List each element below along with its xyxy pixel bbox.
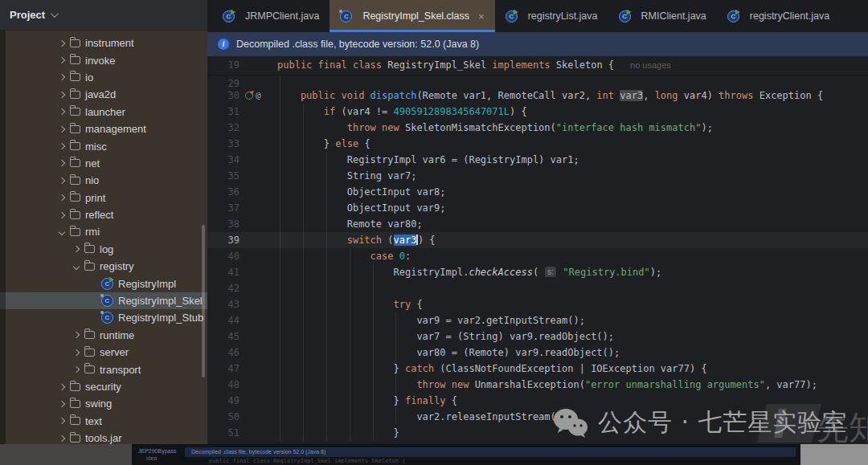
chevron-right-icon[interactable] <box>56 58 68 63</box>
line-number[interactable]: 46 <box>207 345 240 361</box>
chevron-down-icon[interactable] <box>51 10 59 18</box>
tree-item-registryimpl-stub[interactable]: CRegistryImpl_Stub <box>0 309 207 326</box>
tree-item-nio[interactable]: nio <box>0 172 207 189</box>
tree-item-io[interactable]: io <box>0 69 207 86</box>
chevron-right-icon[interactable] <box>56 161 68 165</box>
chevron-right-icon[interactable] <box>56 178 68 183</box>
line-number[interactable]: 31 <box>207 104 240 120</box>
chevron-right-icon[interactable] <box>71 332 82 337</box>
chevron-right-icon[interactable] <box>56 402 68 406</box>
tree-item-launcher[interactable]: launcher <box>0 104 207 120</box>
tab-jrmpclient-java[interactable]: CJRMPClient.java <box>212 0 330 32</box>
code-line-30[interactable]: 30@public void dispatch(Remote var1, Rem… <box>207 88 868 104</box>
tree-item-tools-jar[interactable]: tools.jar <box>0 430 207 444</box>
chevron-down-icon[interactable] <box>71 264 82 269</box>
line-number[interactable]: 39 <box>207 232 240 248</box>
chevron-right-icon[interactable] <box>71 247 82 251</box>
line-number[interactable]: 38 <box>207 216 240 232</box>
tree-item-java2d[interactable]: java2d <box>0 86 207 103</box>
line-number[interactable]: 51 <box>207 425 240 441</box>
chevron-right-icon[interactable] <box>56 92 68 97</box>
line-number[interactable]: 34 <box>207 152 240 168</box>
chevron-down-icon[interactable] <box>56 230 68 235</box>
code-line-33[interactable]: 33} else { <box>207 136 868 152</box>
chevron-right-icon[interactable] <box>71 350 82 355</box>
chevron-right-icon[interactable] <box>56 41 68 46</box>
code-line-40[interactable]: 40case 0: <box>207 248 868 264</box>
project-header[interactable]: Project <box>0 0 207 31</box>
tab-rmiclient-java[interactable]: CRMIClient.java <box>608 0 717 32</box>
code-line-37[interactable]: 37ObjectInput var9; <box>207 200 868 216</box>
tree-item-runtime[interactable]: runtime <box>0 327 207 344</box>
chevron-right-icon[interactable] <box>56 385 68 390</box>
line-number[interactable]: 43 <box>207 296 240 312</box>
tree-item-swing[interactable]: swing <box>0 395 207 412</box>
tree-item-net[interactable]: net <box>0 155 207 172</box>
chevron-right-icon[interactable] <box>56 127 68 132</box>
tree-item-invoke[interactable]: invoke <box>0 51 207 68</box>
tree-item-text[interactable]: text <box>0 413 207 430</box>
line-number[interactable]: 33 <box>207 136 240 152</box>
code-line-48[interactable]: 48throw new UnmarshalException("error un… <box>207 377 868 393</box>
code-editor[interactable]: 19public final class RegistryImpl_Skel i… <box>207 56 868 444</box>
line-number[interactable]: 19 <box>207 56 240 75</box>
code-line-42[interactable]: 42 <box>207 280 868 296</box>
tab-registrylist-java[interactable]: CregistryList.java <box>495 0 608 32</box>
chevron-right-icon[interactable] <box>56 418 68 423</box>
chevron-right-icon[interactable] <box>56 144 68 149</box>
line-number[interactable]: 42 <box>207 280 240 296</box>
tree-item-registry[interactable]: registry <box>0 258 207 275</box>
tree-scrollbar[interactable] <box>202 225 205 377</box>
line-number[interactable]: 45 <box>207 328 240 345</box>
line-number[interactable]: 40 <box>207 248 240 264</box>
line-number[interactable]: 29 <box>207 75 240 88</box>
tab-registryimpl-skel-class[interactable]: CRegistryImpl_Skel.class× <box>330 0 494 32</box>
chevron-right-icon[interactable] <box>56 213 68 218</box>
code-line-44[interactable]: 44var9 = var2.getInputStream(); <box>207 312 868 328</box>
tree-item-reflect[interactable]: reflect <box>0 206 207 223</box>
code-line-31[interactable]: 31if (var4 != 4905912898345647071L) { <box>207 104 868 120</box>
code-line-36[interactable]: 36ObjectInput var8; <box>207 184 868 200</box>
tab-registryclient-java[interactable]: CregistryClient.java <box>717 0 840 32</box>
code-line-29[interactable]: 29 <box>207 75 868 88</box>
code-line-39[interactable]: 39switch (var3) { <box>207 232 868 248</box>
code-line-43[interactable]: 43try { <box>207 296 868 312</box>
tree-item-log[interactable]: log <box>0 241 207 258</box>
tree-item-misc[interactable]: misc <box>0 137 207 154</box>
tree-item-security[interactable]: security <box>0 378 207 395</box>
line-number[interactable]: 49 <box>207 393 240 409</box>
override-marker-icon[interactable] <box>245 92 253 100</box>
code-line-46[interactable]: 46var80 = (Remote) var9.readObject(); <box>207 345 868 361</box>
code-line-35[interactable]: 35String var7; <box>207 168 868 184</box>
line-number[interactable]: 32 <box>207 120 240 136</box>
code-line-45[interactable]: 45var7 = (String) var9.readObject(); <box>207 328 868 345</box>
code-line-38[interactable]: 38Remote var80; <box>207 216 868 232</box>
line-number[interactable]: 47 <box>207 361 240 377</box>
line-number[interactable]: 48 <box>207 377 240 393</box>
tree-item-server[interactable]: server <box>0 344 207 361</box>
tree-item-print[interactable]: print <box>0 190 207 206</box>
tree-item-rmi[interactable]: rmi <box>0 223 207 240</box>
line-number[interactable]: 44 <box>207 312 240 328</box>
code-line-41[interactable]: 41RegistryImpl.checkAccess( s: "Registry… <box>207 264 868 280</box>
line-number[interactable]: 35 <box>207 168 240 184</box>
line-number[interactable]: 50 <box>207 409 240 425</box>
chevron-right-icon[interactable] <box>56 195 68 200</box>
tree-item-management[interactable]: management <box>0 120 207 137</box>
line-number[interactable]: 36 <box>207 184 240 200</box>
tree-item-registryimpl-skel[interactable]: CRegistryImpl_Skel <box>0 292 207 309</box>
line-number[interactable]: 41 <box>207 264 240 280</box>
code-line-34[interactable]: 34RegistryImpl var6 = (RegistryImpl) var… <box>207 152 868 168</box>
close-icon[interactable]: × <box>478 11 485 22</box>
code-line-47[interactable]: 47} catch (ClassNotFoundException | IOEx… <box>207 361 868 377</box>
line-number[interactable]: 30 <box>207 88 240 104</box>
code-line-19[interactable]: 19public final class RegistryImpl_Skel i… <box>207 56 868 75</box>
chevron-right-icon[interactable] <box>71 367 82 372</box>
chevron-right-icon[interactable] <box>56 109 68 114</box>
tree-item-registryimpl[interactable]: CRegistryImpl <box>0 275 207 292</box>
tree-item-instrument[interactable]: instrument <box>0 35 207 51</box>
chevron-right-icon[interactable] <box>56 75 68 80</box>
code-line-32[interactable]: 32throw new SkeletonMismatchException("i… <box>207 120 868 136</box>
line-number[interactable]: 37 <box>207 200 240 216</box>
chevron-right-icon[interactable] <box>56 436 68 441</box>
